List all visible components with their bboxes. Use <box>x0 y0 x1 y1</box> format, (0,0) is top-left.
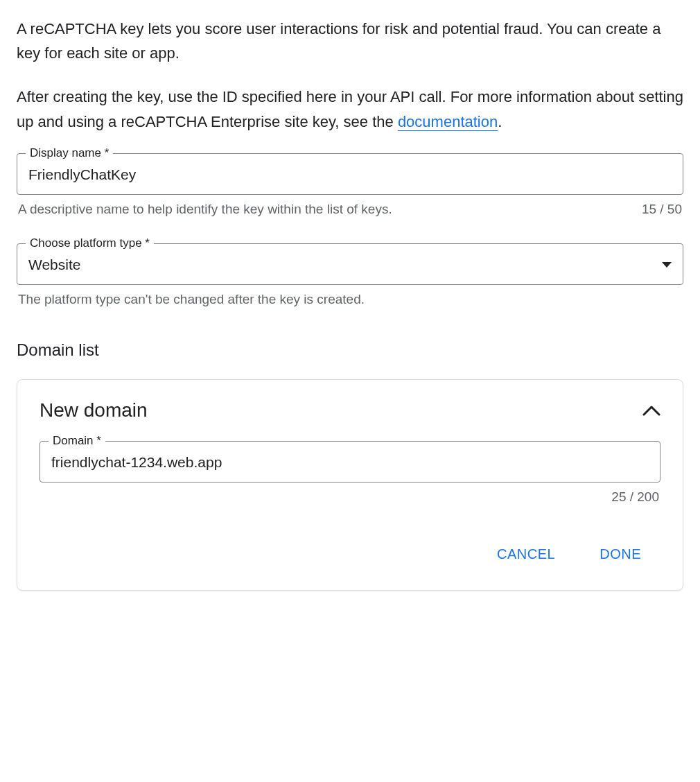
new-domain-card: New domain Domain * 25 / 200 CANCEL DONE <box>17 379 683 591</box>
card-title: New domain <box>40 399 148 422</box>
display-name-counter: 15 / 50 <box>642 202 682 217</box>
intro-para2-suffix: . <box>498 113 502 130</box>
display-name-input[interactable] <box>17 154 683 194</box>
display-name-helper: A descriptive name to help identify the … <box>18 202 631 217</box>
intro-paragraph-1: A reCAPTCHA key lets you score user inte… <box>17 17 683 65</box>
display-name-field: Display name * A descriptive name to hel… <box>17 153 683 217</box>
platform-type-value: Website <box>28 257 80 273</box>
display-name-label: Display name * <box>26 146 113 160</box>
cancel-button[interactable]: CANCEL <box>489 541 563 568</box>
chevron-up-icon[interactable] <box>642 405 660 416</box>
domain-outline: Domain * <box>40 441 660 483</box>
domain-label: Domain * <box>49 434 105 448</box>
platform-type-field: Choose platform type * Website The platf… <box>17 243 683 307</box>
domain-field: Domain * 25 / 200 <box>40 441 660 505</box>
platform-type-select[interactable]: Choose platform type * Website <box>17 243 683 285</box>
intro-para2-prefix: After creating the key, use the ID speci… <box>17 88 683 130</box>
domain-helper-row: 25 / 200 <box>40 489 660 505</box>
documentation-link[interactable]: documentation <box>398 113 498 131</box>
domain-input[interactable] <box>40 442 660 482</box>
domain-list-heading: Domain list <box>17 340 683 360</box>
card-button-row: CANCEL DONE <box>40 541 660 568</box>
intro-paragraph-2: After creating the key, use the ID speci… <box>17 85 683 133</box>
dropdown-icon <box>662 262 672 268</box>
platform-type-label: Choose platform type * <box>26 236 154 250</box>
card-header: New domain <box>40 399 660 422</box>
intro-text: A reCAPTCHA key lets you score user inte… <box>17 17 683 134</box>
platform-helper: The platform type can't be changed after… <box>18 292 682 307</box>
domain-counter: 25 / 200 <box>611 489 659 505</box>
display-name-outline: Display name * <box>17 153 683 195</box>
done-button[interactable]: DONE <box>591 541 649 568</box>
platform-helper-row: The platform type can't be changed after… <box>17 292 683 307</box>
display-name-helper-row: A descriptive name to help identify the … <box>17 202 683 217</box>
